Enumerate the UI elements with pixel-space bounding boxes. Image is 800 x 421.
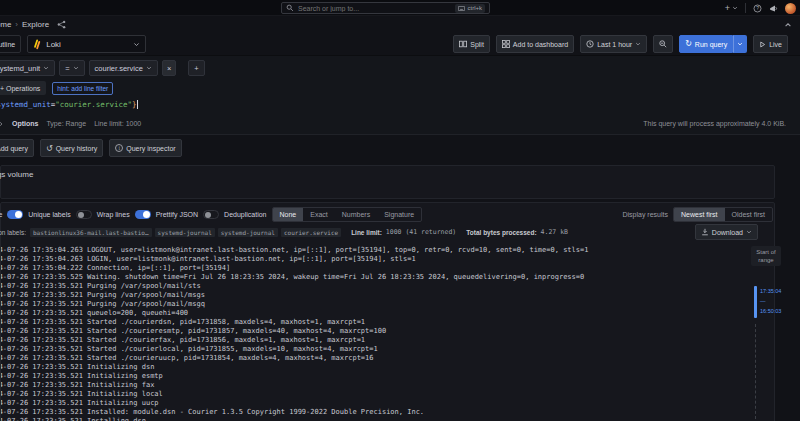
log-row[interactable]: 2024-07-26 17:23:35.521Purging /var/spoo… xyxy=(1,282,728,291)
datasource-picker[interactable]: Loki xyxy=(27,35,146,53)
unique-labels-toggle[interactable] xyxy=(76,210,92,219)
log-message: Purging /var/spool/mail/msgq xyxy=(87,300,205,308)
log-row[interactable]: 2024-07-26 17:23:35.525Waiting. shutdown… xyxy=(1,273,728,282)
log-row[interactable]: 2024-07-26 17:23:35.521Installed: module… xyxy=(1,408,728,417)
zoom-out-button[interactable] xyxy=(653,35,673,53)
range-times: 17:35:04 — 16:50:03 xyxy=(760,286,781,318)
log-message: Purging /var/spool/mail/sts xyxy=(87,282,201,290)
log-row[interactable]: 2024-07-26 17:35:04.222Connection, ip=[:… xyxy=(1,264,728,273)
split-button[interactable]: Split xyxy=(453,35,490,53)
line-limit-label: Line limit: xyxy=(351,229,382,236)
add-filter-button[interactable]: + xyxy=(188,60,204,76)
hint-link[interactable]: hint: add line filter xyxy=(52,82,113,95)
query-inspector-button[interactable]: i Query inspector xyxy=(109,139,181,157)
log-row[interactable]: 2024-07-26 17:23:35.521Initializing dsn xyxy=(1,363,728,372)
options-line-limit: Line limit: 1000 xyxy=(94,120,141,127)
new-menu-button[interactable]: + xyxy=(725,0,738,16)
zoom-out-icon xyxy=(659,40,667,48)
avatar[interactable] xyxy=(785,3,796,14)
collapse-toolbar-button[interactable] xyxy=(784,21,792,29)
breadcrumb-home[interactable]: Home xyxy=(0,20,11,29)
log-row[interactable]: 2024-07-26 17:23:35.521Purging /var/spoo… xyxy=(1,291,728,300)
label-badge[interactable]: courier.service xyxy=(281,228,341,237)
download-label: Download xyxy=(712,229,743,236)
news-icon[interactable] xyxy=(769,4,778,13)
search-input[interactable]: ctrl+k xyxy=(281,2,490,14)
log-row[interactable]: 2024-07-26 17:23:35.521Started ./courier… xyxy=(1,336,728,345)
common-labels-badges: bastionlinux36-mail.last-bastio…systemd-… xyxy=(30,228,341,237)
order-newest-first[interactable]: Newest first xyxy=(674,208,725,221)
log-row[interactable]: 2024-07-26 17:23:35.521Installing dsn xyxy=(1,417,728,421)
logs-body: 2024-07-26 17:35:04.263LOGOUT, user=list… xyxy=(1,244,774,421)
add-to-dashboard-button[interactable]: Add to dashboard xyxy=(496,35,574,53)
share-icon[interactable] xyxy=(57,20,66,29)
prettify-json-label: Prettify JSON xyxy=(156,211,198,218)
log-timestamp: 2024-07-26 17:35:04.263 xyxy=(1,246,83,255)
run-query-group: ↻ Run query xyxy=(679,35,747,53)
dedup-numbers[interactable]: Numbers xyxy=(335,208,377,221)
log-message: queuelo=200, queuehi=400 xyxy=(87,309,188,317)
chevron-down-icon xyxy=(43,65,49,71)
dedup-none[interactable]: None xyxy=(273,208,304,221)
label-value-dropdown[interactable]: courier.service xyxy=(89,60,158,76)
log-row[interactable]: 2024-07-26 17:23:35.521Initializing fax xyxy=(1,381,728,390)
operations-button[interactable]: + Operations xyxy=(0,81,46,95)
log-row[interactable]: 2024-07-26 17:35:04.263LOGIN, user=listm… xyxy=(1,255,728,264)
breadcrumb-explore[interactable]: Explore xyxy=(22,20,49,29)
log-row[interactable]: 2024-07-26 17:23:35.521Initializing uucp xyxy=(1,399,728,408)
live-button[interactable]: Live xyxy=(753,35,788,53)
log-message: Purging /var/spool/mail/msgs xyxy=(87,291,205,299)
log-row[interactable]: 2024-07-26 17:23:35.521queuelo=200, queu… xyxy=(1,309,728,318)
log-timestamp: 2024-07-26 17:23:35.521 xyxy=(1,291,83,300)
query-history-label: Query history xyxy=(56,145,98,152)
log-message: Started ./courierdsn, pid=1731858, maxde… xyxy=(87,318,365,326)
wrap-lines-toggle[interactable] xyxy=(135,210,151,219)
query-options-row[interactable]: Options Type: Range Line limit: 1000 Thi… xyxy=(0,117,788,130)
help-icon[interactable]: ? xyxy=(753,4,762,13)
log-row[interactable]: 2024-07-26 17:23:35.521Started ./courier… xyxy=(1,345,728,354)
refresh-icon: ↻ xyxy=(685,40,692,48)
log-timestamp: 2024-07-26 17:23:35.521 xyxy=(1,309,83,318)
add-query-button[interactable]: Add query xyxy=(0,139,34,157)
dedup-signature[interactable]: Signature xyxy=(377,208,421,221)
log-timestamp: 2024-07-26 17:23:35.521 xyxy=(1,327,83,336)
run-query-label: Run query xyxy=(695,41,727,48)
label-value: courier.service xyxy=(95,64,143,73)
log-row[interactable]: 2024-07-26 17:23:35.521Initializing loca… xyxy=(1,390,728,399)
label-badge[interactable]: bastionlinux36-mail.last-bastio… xyxy=(30,228,152,237)
dedup-exact[interactable]: Exact xyxy=(303,208,335,221)
time-range-picker[interactable]: Last 1 hour xyxy=(580,35,647,53)
range-bar[interactable] xyxy=(754,286,757,318)
chevron-down-icon xyxy=(737,41,743,47)
time-toggle[interactable] xyxy=(7,210,23,219)
log-timestamp: 2024-07-26 17:23:35.521 xyxy=(1,318,83,327)
run-query-button[interactable]: ↻ Run query xyxy=(679,35,733,53)
remove-filter-button[interactable]: × xyxy=(162,60,176,76)
query-label: systemd_unit xyxy=(0,100,51,109)
text-cursor xyxy=(137,100,138,109)
order-oldest-first[interactable]: Oldest first xyxy=(725,208,772,221)
prettify-json-toggle[interactable] xyxy=(203,210,219,219)
log-row[interactable]: 2024-07-26 17:23:35.521Purging /var/spoo… xyxy=(1,300,728,309)
shortcut-label: ctrl+k xyxy=(467,5,482,11)
search-field[interactable] xyxy=(298,5,451,12)
log-row[interactable]: 2024-07-26 17:23:35.521Started ./courier… xyxy=(1,354,728,363)
query-history-button[interactable]: ↺ Query history xyxy=(40,139,103,157)
log-row[interactable]: 2024-07-26 17:23:35.521Initializing esmt… xyxy=(1,372,728,381)
outline-button[interactable]: Outline xyxy=(0,35,21,53)
log-row[interactable]: 2024-07-26 17:35:04.263LOGOUT, user=list… xyxy=(1,246,728,255)
operator-dropdown[interactable]: = xyxy=(59,60,84,76)
raw-query[interactable]: {systemd_unit="courier.service"} xyxy=(0,100,788,113)
label-name-dropdown[interactable]: systemd_unit xyxy=(0,60,55,76)
run-query-caret[interactable] xyxy=(733,35,747,53)
label-badge[interactable]: systemd-journal xyxy=(218,228,278,237)
log-timestamp: 2024-07-26 17:23:35.521 xyxy=(1,399,83,408)
download-button[interactable]: Download xyxy=(695,224,758,240)
log-timeline-nav[interactable]: Start of range 17:35:04 — 16:50:03 xyxy=(744,244,788,266)
shortcut-badge: ctrl+k xyxy=(455,4,485,13)
logs-panel: Time Unique labels Wrap lines Prettify J… xyxy=(0,202,775,421)
divider xyxy=(745,3,746,13)
log-row[interactable]: 2024-07-26 17:23:35.521Started ./courier… xyxy=(1,327,728,336)
log-row[interactable]: 2024-07-26 17:23:35.521Started ./courier… xyxy=(1,318,728,327)
label-badge[interactable]: systemd-journal xyxy=(155,228,215,237)
